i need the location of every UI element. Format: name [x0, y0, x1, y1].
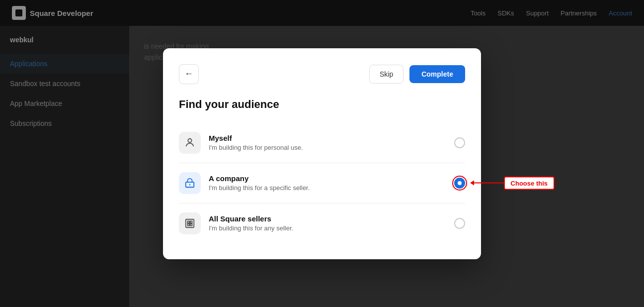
myself-text: Myself I'm building this for personal us…: [209, 134, 446, 151]
all-sellers-text: All Square sellers I'm building this for…: [209, 214, 446, 232]
modal-actions: Skip Complete: [369, 65, 465, 84]
company-title: A company: [209, 174, 446, 183]
company-radio[interactable]: [454, 178, 465, 189]
svg-rect-5: [190, 221, 192, 223]
myself-radio[interactable]: [454, 137, 465, 148]
skip-button[interactable]: Skip: [369, 65, 403, 84]
all-sellers-icon: [179, 212, 201, 234]
annotation-arrow: [470, 181, 504, 186]
myself-desc: I'm building this for personal use.: [209, 144, 446, 151]
svg-point-0: [188, 138, 191, 142]
arrow-line: [474, 183, 504, 184]
company-text: A company I'm building this for a specif…: [209, 174, 446, 192]
back-button[interactable]: ←: [179, 64, 199, 84]
all-sellers-desc: I'm building this for any seller.: [209, 224, 446, 232]
modal-overlay: ← Skip Complete Find your audience Mysel…: [0, 0, 644, 307]
all-sellers-title: All Square sellers: [209, 214, 446, 223]
complete-button[interactable]: Complete: [409, 65, 465, 83]
company-radio-wrapper: [454, 178, 465, 189]
svg-rect-4: [187, 221, 189, 223]
all-sellers-radio[interactable]: [454, 218, 465, 229]
myself-title: Myself: [209, 134, 446, 142]
arrow-head-icon: [470, 181, 474, 186]
modal-title: Find your audience: [179, 98, 465, 111]
option-myself[interactable]: Myself I'm building this for personal us…: [179, 123, 465, 163]
myself-icon: [179, 132, 201, 154]
option-all-sellers[interactable]: All Square sellers I'm building this for…: [179, 204, 465, 243]
option-company[interactable]: A company I'm building this for a specif…: [179, 163, 465, 204]
choose-this-label: Choose this: [504, 176, 555, 190]
company-desc: I'm building this for a specific seller.: [209, 184, 446, 192]
svg-rect-7: [190, 223, 192, 225]
company-icon: [179, 172, 201, 194]
audience-modal: ← Skip Complete Find your audience Mysel…: [163, 48, 481, 259]
svg-rect-6: [187, 223, 189, 225]
modal-header: ← Skip Complete: [179, 64, 465, 84]
choose-this-annotation: Choose this: [470, 176, 555, 190]
